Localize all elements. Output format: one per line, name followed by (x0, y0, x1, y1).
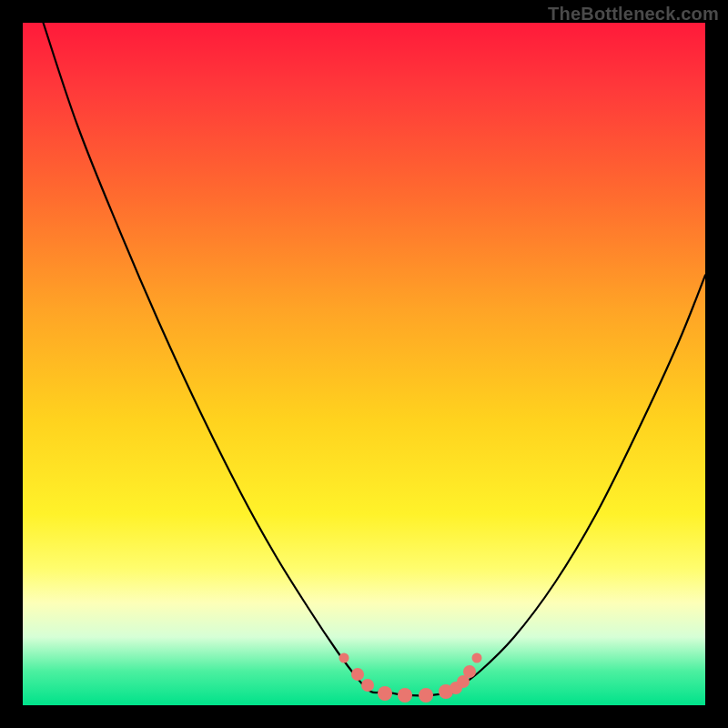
plot-area (23, 23, 705, 705)
bottleneck-curve (23, 23, 705, 705)
chart-frame: TheBottleneck.com (0, 0, 728, 728)
valley-dot (419, 688, 433, 703)
watermark-text: TheBottleneck.com (548, 4, 719, 25)
valley-dot (463, 665, 476, 678)
valley-dot (339, 652, 349, 662)
valley-dot (471, 652, 481, 662)
valley-dot (378, 686, 392, 701)
valley-dot (361, 679, 374, 692)
valley-dot (398, 688, 412, 703)
valley-dot (351, 668, 364, 681)
